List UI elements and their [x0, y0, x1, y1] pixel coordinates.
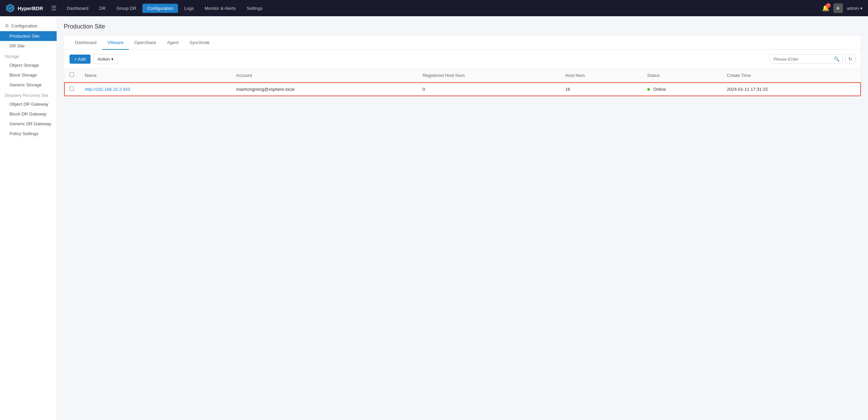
sidebar-item-production-site[interactable]: Production Site	[0, 31, 57, 41]
table-header-row: Name Account Registered Host Num Host Nu…	[64, 68, 861, 82]
row-status: Online	[642, 82, 722, 96]
main-layout: ⚙ Configuration Production Site DR Site …	[0, 16, 868, 420]
status-text: Online	[653, 87, 666, 92]
add-label: + Add	[74, 57, 86, 62]
sidebar-item-block-storage[interactable]: Block Storage	[0, 70, 57, 80]
sidebar-item-object-dr-gateway[interactable]: Object DR Gateway	[0, 99, 57, 109]
toolbar: + Add Action ▾ 🔍 ↻	[64, 50, 861, 68]
sidebar-item-generic-storage[interactable]: Generic Storage	[0, 80, 57, 90]
row-checkbox[interactable]	[70, 86, 74, 91]
app-logo[interactable]: HyperBDR	[5, 3, 43, 13]
th-checkbox	[64, 68, 79, 82]
th-host-num: Host Num	[560, 68, 642, 82]
user-info[interactable]: admin ▾	[847, 6, 863, 11]
user-name: admin	[847, 6, 859, 11]
main-content: Production Site Dashboard VMware OpenSta…	[57, 16, 868, 420]
th-account: Account	[231, 68, 417, 82]
tab-syncnode[interactable]: SyncNode	[184, 36, 215, 50]
th-status: Status	[642, 68, 722, 82]
page-title: Production Site	[64, 23, 861, 30]
sidebar-group-storage: Storage	[0, 51, 57, 60]
sidebar-section-label: Configuration	[11, 23, 37, 28]
table-row: http://192.168.10.2:443 maohongming@vsph…	[64, 82, 861, 96]
tab-openstack[interactable]: OpenStack	[129, 36, 161, 50]
action-button[interactable]: Action ▾	[93, 54, 118, 64]
search-icon-button[interactable]: 🔍	[831, 55, 842, 63]
row-name: http://192.168.10.2:443	[79, 82, 231, 96]
nav-dashboard[interactable]: Dashboard	[62, 4, 93, 13]
search-input[interactable]	[770, 55, 831, 63]
nav-dr[interactable]: DR	[95, 4, 111, 13]
tab-dashboard[interactable]: Dashboard	[70, 36, 102, 50]
bell-badge: 7	[826, 3, 831, 8]
tab-vmware[interactable]: VMware	[102, 36, 129, 50]
row-account: maohongming@vsphere.local	[231, 82, 417, 96]
sidebar-section: ⚙ Configuration	[0, 20, 57, 31]
sidebar-item-policy-settings[interactable]: Policy Settings	[0, 129, 57, 139]
user-avatar: A	[833, 3, 843, 13]
refresh-button[interactable]: ↻	[845, 54, 855, 64]
row-checkbox-cell	[64, 82, 79, 96]
app-name: HyperBDR	[18, 5, 43, 11]
th-name: Name	[79, 68, 231, 82]
user-dropdown-icon: ▾	[860, 6, 863, 11]
top-nav-right: 🔔 7 A admin ▾	[822, 3, 863, 13]
table-body: http://192.168.10.2:443 maohongming@vsph…	[64, 82, 861, 96]
search-box: 🔍	[770, 54, 843, 64]
hamburger-icon[interactable]: ☰	[51, 4, 57, 12]
action-dropdown-icon: ▾	[111, 57, 114, 62]
bell-button[interactable]: 🔔 7	[822, 4, 829, 12]
sidebar-item-generic-dr-gateway[interactable]: Generic DR Gateway	[0, 119, 57, 129]
nav-items: Dashboard DR Group DR Configuration Logs…	[62, 4, 822, 13]
sidebar-item-dr-site[interactable]: DR Site	[0, 41, 57, 51]
nav-settings[interactable]: Settings	[242, 4, 267, 13]
action-label: Action	[98, 57, 110, 62]
top-nav: HyperBDR ☰ Dashboard DR Group DR Configu…	[0, 0, 868, 16]
row-registered-host-num: 0	[417, 82, 560, 96]
tab-agent[interactable]: Agent	[162, 36, 184, 50]
sidebar-item-object-storage[interactable]: Object Storage	[0, 60, 57, 70]
row-name-link[interactable]: http://192.168.10.2:443	[85, 87, 130, 92]
nav-configuration[interactable]: Configuration	[142, 4, 178, 13]
nav-group-dr[interactable]: Group DR	[112, 4, 141, 13]
config-icon: ⚙	[5, 23, 9, 28]
table-wrap: Name Account Registered Host Num Host Nu…	[64, 68, 861, 96]
th-registered-host-num: Registered Host Num	[417, 68, 560, 82]
add-button[interactable]: + Add	[70, 55, 91, 64]
row-host-num: 16	[560, 82, 642, 96]
th-create-time: Create Time	[722, 68, 861, 82]
nav-logs[interactable]: Logs	[179, 4, 198, 13]
tabs: Dashboard VMware OpenStack Agent SyncNod…	[64, 36, 861, 50]
sidebar-group-dr-site: Disastery Recovery Site	[0, 90, 57, 99]
status-dot	[647, 88, 650, 91]
select-all-checkbox[interactable]	[70, 72, 74, 77]
content-card: Dashboard VMware OpenStack Agent SyncNod…	[64, 36, 861, 97]
row-create-time: 2024-01-11 17:31:15	[722, 82, 861, 96]
sidebar: ⚙ Configuration Production Site DR Site …	[0, 16, 57, 420]
sidebar-item-block-dr-gateway[interactable]: Block DR Gateway	[0, 109, 57, 119]
data-table: Name Account Registered Host Num Host Nu…	[64, 68, 861, 96]
nav-monitor-alerts[interactable]: Monitor & Alerts	[200, 4, 240, 13]
